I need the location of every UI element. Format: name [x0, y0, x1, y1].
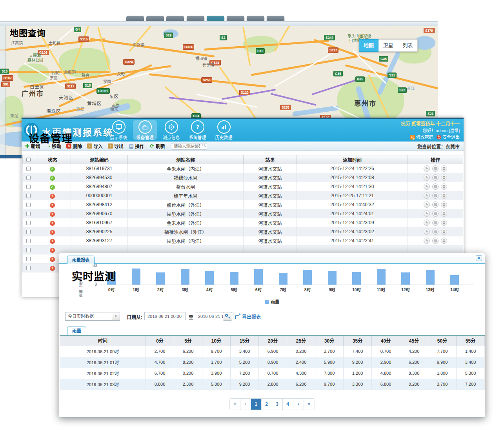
pagination: «‹1234›»: [59, 398, 485, 410]
page-3-button[interactable]: 3: [272, 399, 283, 410]
nav-item-label: 测点信息: [158, 134, 184, 140]
edit-icon[interactable]: ✎: [424, 174, 430, 181]
row-checkbox[interactable]: [26, 212, 31, 216]
change-password-link[interactable]: 修改密码: [416, 135, 433, 140]
map-label-town: 茶滘: [10, 113, 18, 118]
settings-icon[interactable]: ⚙: [441, 165, 447, 172]
annotation-realtime-monitor: 实时监测: [72, 268, 116, 283]
value-cell: 0.700: [372, 346, 400, 357]
delete-icon[interactable]: ▥: [432, 165, 438, 172]
map-view-button-list[interactable]: 列表: [398, 39, 418, 52]
key-icon: [410, 135, 415, 140]
toolbar-button-exp2[interactable]: ↑导出: [108, 143, 124, 149]
row-checkbox[interactable]: [26, 266, 31, 270]
nav-item-monitor[interactable]: 展示系统: [106, 119, 132, 141]
toolbar-button-op[interactable]: ▤操作: [129, 143, 144, 149]
delete-icon[interactable]: ▥: [432, 229, 438, 235]
map-view-button-satellite[interactable]: 卫星: [378, 39, 398, 52]
station-header-row: 状态测站编码测站名称站类添加时间操作: [23, 155, 463, 164]
last-page-button[interactable]: »: [304, 399, 315, 410]
page-2-button[interactable]: 2: [262, 399, 272, 410]
settings-icon[interactable]: ⚙: [441, 192, 447, 199]
settings-icon[interactable]: ⚙: [441, 211, 447, 217]
toolbar-button-imp[interactable]: ↓导入: [87, 143, 103, 149]
close-icon[interactable]: ×: [476, 255, 482, 261]
settings-icon[interactable]: ⚙: [441, 220, 447, 226]
chart-icon: [217, 120, 231, 134]
row-checkbox[interactable]: [26, 239, 31, 243]
settings-icon[interactable]: ⚙: [441, 229, 447, 235]
value-cell: 8.200: [174, 357, 202, 368]
row-checkbox[interactable]: [26, 221, 31, 225]
cell-type: 河道水文站: [244, 227, 297, 236]
chart-legend[interactable]: 雨量: [59, 298, 485, 305]
cell-type: 河道水文站: [244, 218, 297, 227]
row-checkbox[interactable]: [26, 248, 31, 252]
bar-9时: [328, 271, 337, 285]
nav-item-device[interactable]: 设备管理: [132, 119, 158, 141]
row-checkbox[interactable]: [26, 194, 31, 198]
logout-link[interactable]: 安全退出: [442, 135, 460, 140]
delete-icon[interactable]: ▥: [432, 211, 438, 217]
map-label-water: 东江: [406, 85, 415, 91]
settings-icon[interactable]: ⚙: [441, 174, 447, 181]
delete-icon[interactable]: ▥: [432, 174, 438, 181]
row-select-cell: [23, 236, 34, 245]
export-report-link[interactable]: 导出报表: [235, 313, 261, 320]
edit-icon[interactable]: ✎: [424, 183, 430, 190]
map-label-town: 中新镇: [133, 42, 144, 47]
delete-icon[interactable]: ▥: [432, 201, 438, 208]
edit-icon[interactable]: ✎: [424, 229, 430, 235]
row-checkbox[interactable]: [26, 185, 31, 189]
edit-icon[interactable]: ✎: [424, 192, 430, 199]
cell-name: 福禄沙水闸（外江）: [128, 227, 244, 236]
settings-icon[interactable]: ⚙: [441, 201, 447, 208]
delete-icon[interactable]: ▥: [432, 192, 438, 199]
tab-rainfall[interactable]: 雨量: [67, 327, 86, 335]
row-checkbox[interactable]: [26, 167, 31, 171]
x-axis-label: 3时: [174, 287, 196, 292]
delete-icon[interactable]: ▥: [432, 238, 438, 244]
search-button[interactable]: [223, 312, 232, 321]
map-view-button-map[interactable]: 地图: [359, 39, 378, 52]
road-line: [251, 55, 360, 76]
delete-icon[interactable]: ▥: [432, 220, 438, 226]
value-cell: 6.200: [400, 357, 428, 368]
tab-rainfall-report[interactable]: 雨量报表: [67, 256, 95, 264]
value-cell: 7.400: [344, 346, 372, 357]
row-checkbox[interactable]: [26, 257, 31, 261]
edit-icon[interactable]: ✎: [424, 238, 430, 244]
edit-icon[interactable]: ✎: [424, 201, 430, 208]
status-error-icon: !: [50, 194, 55, 199]
edit-icon[interactable]: ✎: [424, 211, 430, 217]
status-cell: !: [34, 191, 71, 200]
nav-item-target[interactable]: 测点信息: [158, 119, 184, 141]
cell-name: 围垦水闸（内江）: [128, 236, 244, 245]
toolbar-button-ref[interactable]: ⟳刷新: [149, 143, 165, 149]
delete-icon[interactable]: ▥: [432, 183, 438, 190]
nav-item-question[interactable]: ?系统管理: [184, 119, 211, 141]
nav-item-label: 设备管理: [132, 134, 158, 140]
page-4-button[interactable]: 4: [283, 399, 293, 410]
next-page-button[interactable]: ›: [293, 399, 304, 410]
select-all-checkbox[interactable]: [26, 158, 31, 162]
cell-code: 8826898412: [71, 200, 128, 209]
row-checkbox[interactable]: [26, 203, 31, 207]
prev-page-button[interactable]: ‹: [240, 399, 251, 410]
edit-icon[interactable]: ✎: [424, 165, 430, 172]
minute-table-head: 时间0分5分10分15分20分25分30分35分40分45分50分55分: [60, 335, 485, 346]
settings-icon[interactable]: ⚙: [441, 183, 447, 190]
nav-item-chart[interactable]: 历史数据: [211, 119, 237, 141]
station-code-search-input[interactable]: [171, 143, 207, 150]
page-1-button[interactable]: 1: [251, 399, 262, 410]
settings-icon[interactable]: ⚙: [441, 238, 447, 244]
cell-added: 2015-12-25 17:11:21: [297, 191, 408, 200]
svg-text:?: ?: [196, 124, 199, 130]
date-from-input[interactable]: [144, 312, 186, 320]
row-checkbox[interactable]: [26, 230, 31, 234]
value-cell: 5.200: [231, 357, 259, 368]
first-page-button[interactable]: «: [230, 399, 240, 410]
edit-icon[interactable]: ✎: [424, 220, 430, 226]
row-checkbox[interactable]: [26, 176, 31, 180]
data-mode-dropdown[interactable]: 今日实时数据 ▼: [65, 312, 120, 321]
